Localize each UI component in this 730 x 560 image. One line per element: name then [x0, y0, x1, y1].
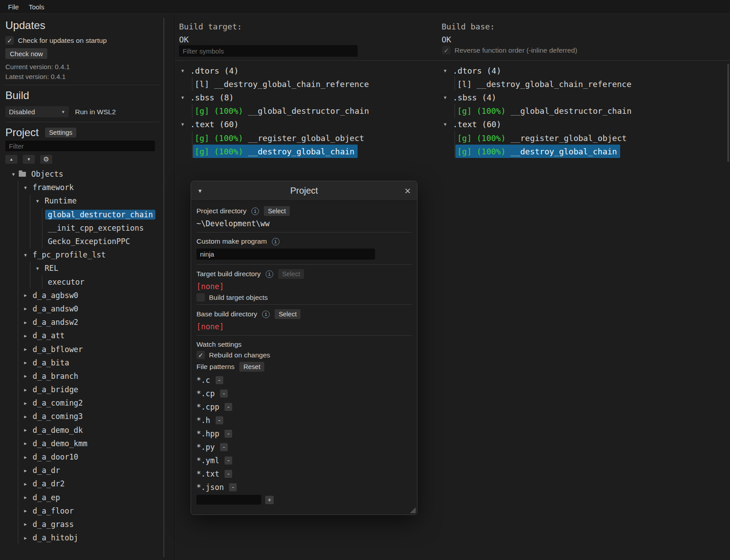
tree-item[interactable]: ▼ f_pc_profile_lst	[5, 248, 159, 261]
tree-item[interactable]: executor	[5, 275, 159, 289]
section-sbss[interactable]: ▼ .sbss (4)	[442, 91, 634, 104]
pattern-text: *.h	[196, 416, 210, 425]
build-mode-dropdown[interactable]: Disabled ▼	[5, 106, 69, 117]
info-icon[interactable]: i	[272, 238, 279, 245]
add-pattern-input[interactable]	[196, 495, 261, 505]
tree-item[interactable]: ▶ d_a_door10	[5, 450, 159, 464]
section-sbss[interactable]: ▼ .sbss (8)	[179, 91, 372, 104]
custom-make-input[interactable]	[196, 249, 375, 260]
section-dtors[interactable]: ▼ .dtors (4)	[442, 64, 634, 77]
symbol-row[interactable]: [g] (100%) __global_destructor_chain	[193, 104, 372, 118]
dialog-collapse-button[interactable]: ▼	[197, 188, 207, 194]
project-directory-select-button[interactable]: Select	[264, 206, 290, 216]
add-pattern-button[interactable]: +	[265, 496, 274, 504]
target-build-directory-label: Target build directory	[196, 270, 261, 278]
symbol-row[interactable]: [g] (100%) __register_global_object	[193, 131, 367, 145]
symbol-row[interactable]: [g] (100%) __global_destructor_chain	[455, 104, 634, 118]
tree-item-objects[interactable]: ▼ Objects	[5, 167, 159, 181]
target-build-select-button[interactable]: Select	[278, 269, 304, 279]
symbol-row-selected[interactable]: [g] (100%) __destroy_global_chain	[193, 145, 358, 158]
section-dtors[interactable]: ▼ .dtors (4)	[179, 64, 372, 77]
tree-item[interactable]: ▶ d_a_bita	[5, 356, 159, 369]
reverse-function-order-checkbox[interactable]: ✓ Reverse function order (-inline deferr…	[442, 46, 577, 54]
tree-item-label: d_a_att	[30, 331, 67, 340]
remove-pattern-button[interactable]: -	[225, 403, 232, 411]
tree-item[interactable]: ▶ d_a_andsw0	[5, 302, 159, 315]
collapse-all-button[interactable]: ▲	[5, 155, 17, 164]
symbol-row-selected[interactable]: [g] (100%) __destroy_global_chain	[455, 145, 620, 158]
menu-file[interactable]: File	[4, 1, 23, 13]
tree-item[interactable]: __init_cpp_exceptions	[5, 221, 159, 235]
remove-pattern-button[interactable]: -	[220, 443, 228, 451]
current-version-text: Current version: 0.4.1	[5, 63, 159, 71]
info-icon[interactable]: i	[262, 311, 270, 318]
tree-item[interactable]: ▶ d_a_agbsw0	[5, 289, 159, 302]
checkbox-unchecked-icon	[196, 293, 205, 302]
tree-item[interactable]: ▶ d_a_coming3	[5, 410, 159, 423]
pattern-row: *.yml -	[196, 454, 412, 467]
tree-item[interactable]: ▶ d_a_att	[5, 329, 159, 342]
separator	[175, 60, 730, 61]
tree-item[interactable]: ▶ d_a_dr	[5, 464, 159, 477]
tree-item[interactable]: ▶ d_a_grass	[5, 518, 159, 531]
remove-pattern-button[interactable]: -	[225, 470, 232, 478]
expand-all-button[interactable]: ▼	[23, 155, 35, 164]
remove-pattern-button[interactable]: -	[220, 390, 228, 398]
tree-item[interactable]: ▶ d_a_hitobj	[5, 531, 159, 544]
triangle-right-icon: ▶	[21, 468, 30, 473]
project-directory-label: Project directory	[196, 207, 246, 215]
remove-pattern-button[interactable]: -	[229, 483, 237, 491]
dialog-titlebar[interactable]: ▼ Project ×	[191, 181, 417, 201]
tree-item[interactable]: ▼ REL	[5, 261, 159, 275]
tree-item[interactable]: ▼ framework	[5, 181, 159, 194]
triangle-right-icon: ▶	[21, 306, 30, 311]
rebuild-on-changes-checkbox[interactable]: ✓ Rebuild on changes	[196, 351, 412, 359]
pattern-row: *.cpp -	[196, 400, 412, 414]
tree-item-label: d_a_demo_dk	[30, 425, 86, 435]
remove-pattern-button[interactable]: -	[216, 416, 223, 424]
tree-item[interactable]: ▶ d_a_dr2	[5, 477, 159, 490]
check-updates-checkbox[interactable]: ✓ Check for updates on startup	[5, 36, 159, 45]
dialog-resize-handle[interactable]	[410, 507, 416, 513]
build-target-objects-checkbox[interactable]: Build target objects	[196, 293, 412, 302]
info-icon[interactable]: i	[266, 270, 273, 278]
pattern-text: *.yml	[196, 456, 219, 465]
tree-item[interactable]: ▶ d_a_coming2	[5, 396, 159, 410]
tree-item[interactable]: ▶ d_a_andsw2	[5, 315, 159, 329]
tree-item[interactable]: ▶ d_a_branch	[5, 369, 159, 383]
tree-item[interactable]: ▶ d_a_ep	[5, 491, 159, 504]
sidebar-scrollbar[interactable]	[163, 18, 164, 557]
section-text[interactable]: ▼ .text (60)	[179, 118, 372, 131]
close-icon[interactable]: ×	[401, 187, 411, 195]
symbol-row[interactable]: [l] __destroy_global_chain_reference	[455, 77, 634, 91]
menu-tools[interactable]: Tools	[24, 1, 49, 13]
symbol-row[interactable]: [g] (100%) __register_global_object	[455, 131, 630, 145]
custom-make-label: Custom make program	[196, 237, 267, 245]
symbol-filter-input[interactable]	[179, 45, 358, 57]
file-patterns-label: File patterns	[196, 363, 234, 371]
remove-pattern-button[interactable]: -	[225, 456, 232, 465]
check-now-button[interactable]: Check now	[5, 48, 47, 59]
tree-item[interactable]: ▶ d_a_bflower	[5, 342, 159, 356]
tree-item[interactable]: ▶ d_a_demo_kmm	[5, 437, 159, 450]
main-scrollbar[interactable]	[727, 64, 729, 162]
tree-settings-button[interactable]: ⚙	[40, 155, 52, 164]
base-symbol-list: ▼ .dtors (4) [l] __destroy_global_chain_…	[442, 64, 634, 158]
remove-pattern-button[interactable]: -	[216, 376, 223, 384]
symbol-row[interactable]: [l] __destroy_global_chain_reference	[193, 77, 372, 91]
pattern-row: *.hpp -	[196, 427, 412, 440]
reset-patterns-button[interactable]: Reset	[239, 362, 264, 372]
tree-item[interactable]: ▼ Runtime	[5, 194, 159, 207]
tree-item[interactable]: ▶ d_a_floor	[5, 504, 159, 518]
section-text[interactable]: ▼ .text (60)	[442, 118, 634, 131]
project-filter-input[interactable]	[5, 141, 155, 151]
tree-item-selected[interactable]: global_destructor_chain	[5, 208, 159, 221]
info-icon[interactable]: i	[251, 207, 259, 215]
base-build-select-button[interactable]: Select	[275, 309, 300, 319]
remove-pattern-button[interactable]: -	[225, 430, 232, 438]
tree-item[interactable]: ▶ d_a_bridge	[5, 383, 159, 396]
triangle-right-icon: ▶	[21, 387, 30, 392]
project-settings-button[interactable]: Settings	[45, 128, 76, 137]
tree-item[interactable]: ▶ d_a_demo_dk	[5, 423, 159, 437]
tree-item[interactable]: Gecko_ExceptionPPC	[5, 235, 159, 248]
